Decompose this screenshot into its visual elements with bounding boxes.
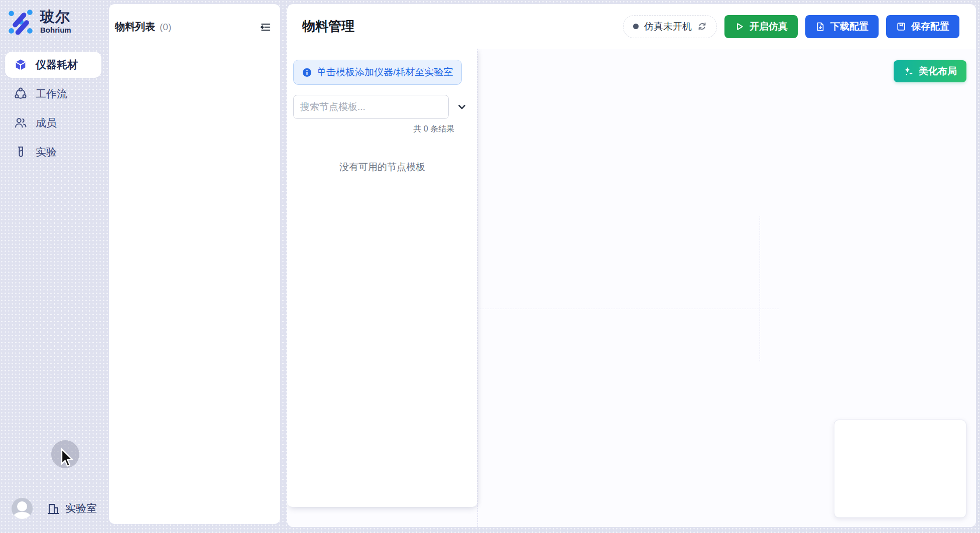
header-actions: 仿真未开机 开启仿真 [623,15,959,38]
template-hint-text: 单击模板添加仪器/耗材至实验室 [317,66,453,79]
play-icon [734,22,745,32]
start-simulation-label: 开启仿真 [750,20,788,33]
search-input[interactable] [293,95,449,119]
simulation-status-pill[interactable]: 仿真未开机 [623,15,717,38]
page-title: 物料管理 [302,18,354,35]
mouse-cursor [60,448,77,467]
cube-icon [14,58,27,71]
materials-list-panel: 物料列表 (0) [109,4,280,524]
download-config-button[interactable]: 下载配置 [805,15,879,38]
sidebar-item-label: 实验 [36,145,57,159]
brand-subtitle: Bohrium [40,26,71,34]
beautify-layout-button[interactable]: 美化布局 [894,60,966,82]
results-count: 共 0 条结果 [287,124,454,135]
chevron-down-icon[interactable] [455,100,468,113]
sidebar-bottom: 实验室 [12,498,97,519]
sparkles-icon [903,66,914,77]
test-tube-icon [14,146,27,159]
file-download-icon [815,22,825,32]
lab-entry[interactable]: 实验室 [47,501,97,515]
app-root: { "brand": { "title": "玻尔", "subtitle": … [0,0,980,533]
brand-text: 玻尔 Bohrium [40,9,71,34]
save-config-button[interactable]: 保存配置 [886,15,959,38]
flow-canvas[interactable]: 单击模板添加仪器/耗材至实验室 共 0 条结果 没有可用的节点模板 美化布局 [287,49,976,527]
bohrium-logo-icon [8,9,34,35]
members-icon [14,116,27,129]
main-header: 物料管理 仿真未开机 开启仿真 [287,4,976,49]
sidebar-item-label: 成员 [36,116,57,130]
canvas-grid-line-vertical [477,49,478,527]
template-panel: 单击模板添加仪器/耗材至实验室 共 0 条结果 没有可用的节点模板 [287,49,477,507]
main-panel: 物料管理 仿真未开机 开启仿真 [287,4,976,527]
materials-list-header: 物料列表 (0) [109,4,280,34]
sidebar-item-instruments[interactable]: 仪器耗材 [5,52,101,78]
empty-templates-text: 没有可用的节点模板 [287,161,477,174]
info-icon [302,68,312,77]
sidebar-item-label: 工作流 [36,87,67,101]
start-simulation-button[interactable]: 开启仿真 [724,15,798,38]
sidebar-nav: 仪器耗材 工作流 成员 [0,52,108,165]
template-hint-banner: 单击模板添加仪器/耗材至实验室 [293,60,462,85]
save-icon [896,22,906,32]
sidebar-item-workflow[interactable]: 工作流 [5,81,101,107]
materials-list-title: 物料列表 [115,20,155,34]
status-label: 仿真未开机 [644,20,692,33]
sidebar-item-members[interactable]: 成员 [5,110,101,136]
refresh-icon[interactable] [697,22,707,31]
sidebar-item-experiments[interactable]: 实验 [5,139,101,165]
lab-label: 实验室 [65,501,97,515]
building-icon [47,502,60,515]
brand-title: 玻尔 [40,9,71,24]
beautify-layout-label: 美化布局 [919,65,957,78]
brand-logo: 玻尔 Bohrium [0,0,108,35]
canvas-grid-line-horizontal [477,309,779,309]
canvas-grid-line-vertical [760,216,760,361]
workflow-icon [14,87,27,100]
download-config-label: 下载配置 [830,20,869,33]
save-config-label: 保存配置 [911,20,949,33]
avatar[interactable] [12,498,33,519]
sidebar: 玻尔 Bohrium 仪器耗材 工作流 [0,0,108,533]
minimap[interactable] [834,420,966,518]
materials-list-count: (0) [160,22,171,33]
collapse-panel-icon[interactable] [259,21,272,34]
sidebar-item-label: 仪器耗材 [36,58,78,72]
template-search-row [293,95,477,119]
status-dot-icon [633,24,639,29]
